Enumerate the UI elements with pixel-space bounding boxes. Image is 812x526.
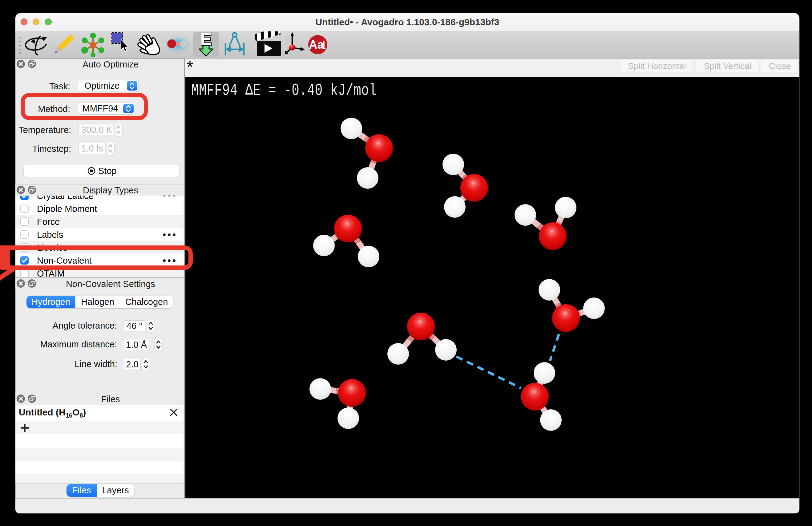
- svg-text:I: I: [322, 37, 326, 52]
